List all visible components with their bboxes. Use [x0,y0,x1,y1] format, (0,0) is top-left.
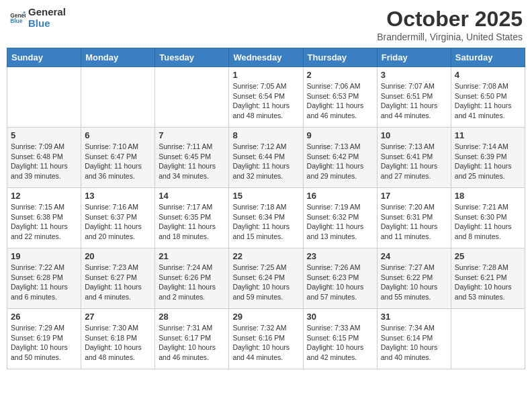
calendar-cell: 24Sunrise: 7:27 AM Sunset: 6:22 PM Dayli… [377,248,451,309]
weekday-header-tuesday: Tuesday [155,48,229,67]
logo-blue-text: Blue [28,18,66,30]
day-info: Sunrise: 7:19 AM Sunset: 6:32 PM Dayligh… [307,202,373,242]
day-info: Sunrise: 7:13 AM Sunset: 6:41 PM Dayligh… [381,142,447,181]
day-info: Sunrise: 7:14 AM Sunset: 6:39 PM Dayligh… [455,142,521,181]
day-info: Sunrise: 7:20 AM Sunset: 6:31 PM Dayligh… [381,202,447,242]
day-number: 19 [11,251,77,261]
calendar-cell: 31Sunrise: 7:34 AM Sunset: 6:14 PM Dayli… [377,309,451,369]
calendar-cell: 28Sunrise: 7:31 AM Sunset: 6:17 PM Dayli… [155,309,229,369]
day-info: Sunrise: 7:31 AM Sunset: 6:17 PM Dayligh… [159,323,225,363]
calendar-cell: 19Sunrise: 7:22 AM Sunset: 6:28 PM Dayli… [7,248,81,309]
weekday-header-sunday: Sunday [7,48,81,67]
calendar-cell: 10Sunrise: 7:13 AM Sunset: 6:41 PM Dayli… [377,128,451,188]
day-number: 31 [381,312,447,322]
title-block: October 2025 Brandermill, Virginia, Unit… [377,7,523,42]
day-info: Sunrise: 7:07 AM Sunset: 6:51 PM Dayligh… [381,81,447,121]
calendar-week-3: 12Sunrise: 7:15 AM Sunset: 6:38 PM Dayli… [7,188,525,248]
day-info: Sunrise: 7:05 AM Sunset: 6:54 PM Dayligh… [232,81,299,121]
day-number: 22 [232,251,299,261]
day-number: 9 [307,130,373,140]
day-info: Sunrise: 7:25 AM Sunset: 6:24 PM Dayligh… [232,263,299,302]
calendar-cell [7,67,81,128]
day-info: Sunrise: 7:27 AM Sunset: 6:22 PM Dayligh… [381,263,447,302]
calendar-cell: 27Sunrise: 7:30 AM Sunset: 6:18 PM Dayli… [81,309,155,369]
calendar-cell [451,309,525,369]
calendar-cell: 12Sunrise: 7:15 AM Sunset: 6:38 PM Dayli… [7,188,81,248]
calendar-cell: 4Sunrise: 7:08 AM Sunset: 6:50 PM Daylig… [451,67,525,128]
day-info: Sunrise: 7:28 AM Sunset: 6:21 PM Dayligh… [455,263,521,302]
day-number: 3 [381,70,447,80]
day-info: Sunrise: 7:23 AM Sunset: 6:27 PM Dayligh… [85,263,151,302]
svg-text:Blue: Blue [10,17,23,24]
day-info: Sunrise: 7:10 AM Sunset: 6:47 PM Dayligh… [85,142,151,181]
weekday-header-thursday: Thursday [303,48,377,67]
day-info: Sunrise: 7:32 AM Sunset: 6:16 PM Dayligh… [232,323,299,363]
calendar-cell [155,67,229,128]
calendar-cell: 26Sunrise: 7:29 AM Sunset: 6:19 PM Dayli… [7,309,81,369]
calendar-cell: 11Sunrise: 7:14 AM Sunset: 6:39 PM Dayli… [451,128,525,188]
day-number: 17 [381,191,447,201]
day-info: Sunrise: 7:33 AM Sunset: 6:15 PM Dayligh… [307,323,373,363]
calendar-cell: 2Sunrise: 7:06 AM Sunset: 6:53 PM Daylig… [303,67,377,128]
weekday-header-wednesday: Wednesday [229,48,303,67]
day-number: 8 [232,130,299,140]
day-number: 5 [11,130,77,140]
day-number: 1 [232,70,299,80]
day-number: 21 [159,251,225,261]
calendar-cell: 1Sunrise: 7:05 AM Sunset: 6:54 PM Daylig… [229,67,303,128]
day-number: 16 [307,191,373,201]
calendar-cell: 18Sunrise: 7:21 AM Sunset: 6:30 PM Dayli… [451,188,525,248]
calendar-cell: 5Sunrise: 7:09 AM Sunset: 6:48 PM Daylig… [7,128,81,188]
calendar-cell: 21Sunrise: 7:24 AM Sunset: 6:26 PM Dayli… [155,248,229,309]
day-info: Sunrise: 7:12 AM Sunset: 6:44 PM Dayligh… [232,142,299,181]
month-title: October 2025 [377,7,523,32]
calendar-week-5: 26Sunrise: 7:29 AM Sunset: 6:19 PM Dayli… [7,309,525,369]
day-number: 28 [159,312,225,322]
calendar-cell: 3Sunrise: 7:07 AM Sunset: 6:51 PM Daylig… [377,67,451,128]
calendar-cell: 14Sunrise: 7:17 AM Sunset: 6:35 PM Dayli… [155,188,229,248]
calendar-cell: 30Sunrise: 7:33 AM Sunset: 6:15 PM Dayli… [303,309,377,369]
day-number: 24 [381,251,447,261]
day-number: 26 [11,312,77,322]
calendar-cell: 17Sunrise: 7:20 AM Sunset: 6:31 PM Dayli… [377,188,451,248]
weekday-header-monday: Monday [81,48,155,67]
day-info: Sunrise: 7:11 AM Sunset: 6:45 PM Dayligh… [159,142,225,181]
page-header: General Blue General Blue October 2025 B… [7,7,525,42]
day-number: 11 [455,130,521,140]
day-number: 15 [232,191,299,201]
day-info: Sunrise: 7:08 AM Sunset: 6:50 PM Dayligh… [455,81,521,121]
day-info: Sunrise: 7:24 AM Sunset: 6:26 PM Dayligh… [159,263,225,302]
day-number: 6 [85,130,151,140]
logo: General Blue General Blue [9,7,66,29]
calendar-cell: 20Sunrise: 7:23 AM Sunset: 6:27 PM Dayli… [81,248,155,309]
day-info: Sunrise: 7:18 AM Sunset: 6:34 PM Dayligh… [232,202,299,242]
calendar-cell: 9Sunrise: 7:13 AM Sunset: 6:42 PM Daylig… [303,128,377,188]
day-number: 2 [307,70,373,80]
day-number: 14 [159,191,225,201]
day-number: 23 [307,251,373,261]
calendar-cell: 15Sunrise: 7:18 AM Sunset: 6:34 PM Dayli… [229,188,303,248]
day-number: 25 [455,251,521,261]
day-info: Sunrise: 7:06 AM Sunset: 6:53 PM Dayligh… [307,81,373,121]
day-number: 13 [85,191,151,201]
calendar-week-4: 19Sunrise: 7:22 AM Sunset: 6:28 PM Dayli… [7,248,525,309]
calendar-week-1: 1Sunrise: 7:05 AM Sunset: 6:54 PM Daylig… [7,67,525,128]
calendar-table: SundayMondayTuesdayWednesdayThursdayFrid… [7,48,525,369]
day-info: Sunrise: 7:16 AM Sunset: 6:37 PM Dayligh… [85,202,151,242]
day-number: 12 [11,191,77,201]
calendar-cell: 7Sunrise: 7:11 AM Sunset: 6:45 PM Daylig… [155,128,229,188]
calendar-cell: 6Sunrise: 7:10 AM Sunset: 6:47 PM Daylig… [81,128,155,188]
calendar-cell: 29Sunrise: 7:32 AM Sunset: 6:16 PM Dayli… [229,309,303,369]
day-number: 27 [85,312,151,322]
weekday-header-saturday: Saturday [451,48,525,67]
day-number: 30 [307,312,373,322]
location-subtitle: Brandermill, Virginia, United States [377,32,523,42]
day-info: Sunrise: 7:15 AM Sunset: 6:38 PM Dayligh… [11,202,77,242]
day-info: Sunrise: 7:26 AM Sunset: 6:23 PM Dayligh… [307,263,373,302]
calendar-cell: 13Sunrise: 7:16 AM Sunset: 6:37 PM Dayli… [81,188,155,248]
calendar-cell: 25Sunrise: 7:28 AM Sunset: 6:21 PM Dayli… [451,248,525,309]
day-info: Sunrise: 7:21 AM Sunset: 6:30 PM Dayligh… [455,202,521,242]
calendar-cell: 8Sunrise: 7:12 AM Sunset: 6:44 PM Daylig… [229,128,303,188]
day-info: Sunrise: 7:17 AM Sunset: 6:35 PM Dayligh… [159,202,225,242]
day-number: 18 [455,191,521,201]
